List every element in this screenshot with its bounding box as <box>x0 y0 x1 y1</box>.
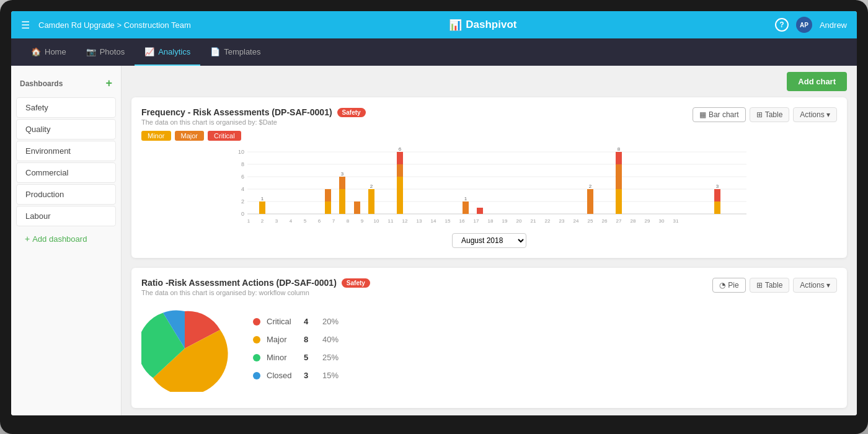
sidebar-item-production[interactable]: Production <box>16 184 116 205</box>
nav-item-analytics[interactable]: 📈 Analytics <box>135 38 200 66</box>
legend-minor: Minor <box>141 131 171 141</box>
brand-icon: 📊 <box>449 19 462 32</box>
brand-name: Dashpivot <box>466 19 516 31</box>
actions-button-2[interactable]: Actions ▾ <box>793 278 837 293</box>
major-pct: 40% <box>322 335 339 344</box>
barchart-label: Bar chart <box>709 110 739 119</box>
help-icon[interactable]: ? <box>775 18 789 32</box>
hamburger-icon[interactable]: ☰ <box>21 19 30 31</box>
sidebar-item-quality[interactable]: Quality <box>16 119 116 140</box>
actions-button-1[interactable]: Actions ▾ <box>793 107 837 122</box>
svg-rect-26 <box>463 202 469 214</box>
svg-text:10: 10 <box>374 218 379 224</box>
table-button-1[interactable]: ⊞ Table <box>750 107 790 122</box>
topbar-center: 📊 Dashpivot <box>191 19 775 32</box>
svg-text:15: 15 <box>445 218 451 224</box>
templates-icon: 📄 <box>210 47 220 56</box>
nav-label-photos: Photos <box>100 47 125 56</box>
svg-rect-33 <box>616 152 622 164</box>
svg-text:8: 8 <box>241 161 244 167</box>
add-dashboard-plus-icon[interactable]: + <box>105 77 112 90</box>
add-dashboard-item[interactable]: + Add dashboard <box>16 229 116 249</box>
nav-items: 🏠 Home 📷 Photos 📈 Analytics 📄 Templates <box>21 38 270 66</box>
nav-label-home: Home <box>45 47 66 56</box>
legend-critical: Critical <box>208 131 241 141</box>
chart1-header: Frequency - Risk Assessments (DP-SAF-000… <box>141 107 837 126</box>
chart2-title-text: Ratio -Risk Assessment Actions (DP-SAF-0… <box>141 278 337 288</box>
sidebar: Dashboards + Safety Quality Environment … <box>11 66 122 415</box>
table-button-2[interactable]: ⊞ Table <box>750 278 790 293</box>
svg-text:6: 6 <box>318 218 321 224</box>
table-icon-2: ⊞ <box>756 281 763 290</box>
barchart-icon: ▦ <box>699 110 706 119</box>
svg-rect-17 <box>339 177 345 189</box>
svg-rect-20 <box>368 189 374 214</box>
closed-dot <box>253 372 260 379</box>
svg-text:12: 12 <box>402 218 408 224</box>
navbar: 🏠 Home 📷 Photos 📈 Analytics 📄 Templates <box>11 38 857 66</box>
bar-chart-svg: 10 8 6 4 2 0 1 <box>141 146 837 226</box>
svg-text:0: 0 <box>241 211 244 217</box>
chart1-controls: ▦ Bar chart ⊞ Table Actions ▾ <box>693 107 837 122</box>
add-chart-button[interactable]: Add chart <box>787 72 847 91</box>
chart1-title-text: Frequency - Risk Assessments (DP-SAF-000… <box>141 107 332 117</box>
svg-text:2: 2 <box>241 198 244 205</box>
topbar-left: ☰ Camden Rd Upgrade > Construction Team <box>21 19 191 31</box>
nav-item-photos[interactable]: 📷 Photos <box>76 38 135 66</box>
nav-item-home[interactable]: 🏠 Home <box>21 38 76 66</box>
svg-text:4: 4 <box>290 218 293 224</box>
sidebar-item-labour[interactable]: Labour <box>16 206 116 226</box>
legend-major: Major <box>175 131 205 141</box>
svg-text:24: 24 <box>574 218 579 224</box>
content-area: Add chart Frequency - Risk Assessments (… <box>122 66 857 415</box>
svg-text:6: 6 <box>241 174 244 180</box>
pie-container <box>141 305 228 392</box>
svg-text:23: 23 <box>559 218 565 224</box>
pie-legend-major: Major 8 40% <box>253 335 339 344</box>
pie-chart-svg <box>141 305 228 392</box>
svg-text:7: 7 <box>332 218 335 224</box>
date-selector: August 2018 <box>141 233 837 248</box>
date-dropdown[interactable]: August 2018 <box>452 233 526 248</box>
table-icon-1: ⊞ <box>756 110 763 119</box>
sidebar-item-safety[interactable]: Safety <box>16 97 116 118</box>
closed-pct: 15% <box>322 371 339 380</box>
minor-pct: 25% <box>322 353 339 362</box>
svg-rect-29 <box>587 189 593 214</box>
major-label: Major <box>267 335 298 344</box>
svg-text:13: 13 <box>417 218 422 224</box>
bar-chart-container: 10 8 6 4 2 0 1 <box>141 146 837 228</box>
svg-text:4: 4 <box>241 186 244 192</box>
svg-rect-15 <box>325 189 331 202</box>
pie-button[interactable]: ◔ Pie <box>712 278 745 293</box>
closed-count: 3 <box>304 371 316 380</box>
svg-rect-16 <box>339 189 345 214</box>
chart-card-1: Frequency - Risk Assessments (DP-SAF-000… <box>131 97 847 258</box>
svg-text:3: 3 <box>275 218 278 224</box>
nav-item-templates[interactable]: 📄 Templates <box>200 38 270 66</box>
dashboards-label: Dashboards <box>20 79 63 88</box>
avatar: AP <box>796 17 812 33</box>
svg-text:20: 20 <box>516 218 522 224</box>
chart2-title-area: Ratio -Risk Assessment Actions (DP-SAF-0… <box>141 278 712 296</box>
svg-rect-14 <box>325 202 331 214</box>
add-dashboard-icon: + <box>25 234 30 244</box>
chart2-header: Ratio -Risk Assessment Actions (DP-SAF-0… <box>141 278 837 296</box>
breadcrumb: Camden Rd Upgrade > Construction Team <box>38 20 191 30</box>
svg-text:8: 8 <box>618 146 621 152</box>
sidebar-item-environment[interactable]: Environment <box>16 141 116 161</box>
chart1-title-area: Frequency - Risk Assessments (DP-SAF-000… <box>141 107 693 126</box>
svg-text:25: 25 <box>588 218 593 224</box>
svg-text:1: 1 <box>464 196 467 202</box>
home-icon: 🏠 <box>31 47 41 56</box>
svg-text:17: 17 <box>474 218 479 224</box>
barchart-button[interactable]: ▦ Bar chart <box>693 107 746 122</box>
chart2-controls: ◔ Pie ⊞ Table Actions ▾ <box>712 278 837 293</box>
photos-icon: 📷 <box>86 47 96 56</box>
sidebar-item-commercial[interactable]: Commercial <box>16 162 116 183</box>
svg-text:31: 31 <box>673 218 679 224</box>
svg-text:21: 21 <box>531 218 536 224</box>
pie-legend: Critical 4 20% Major 8 40% <box>253 317 339 380</box>
chart1-title: Frequency - Risk Assessments (DP-SAF-000… <box>141 107 693 117</box>
chart1-subtitle: The data on this chart is organised by: … <box>141 118 693 126</box>
